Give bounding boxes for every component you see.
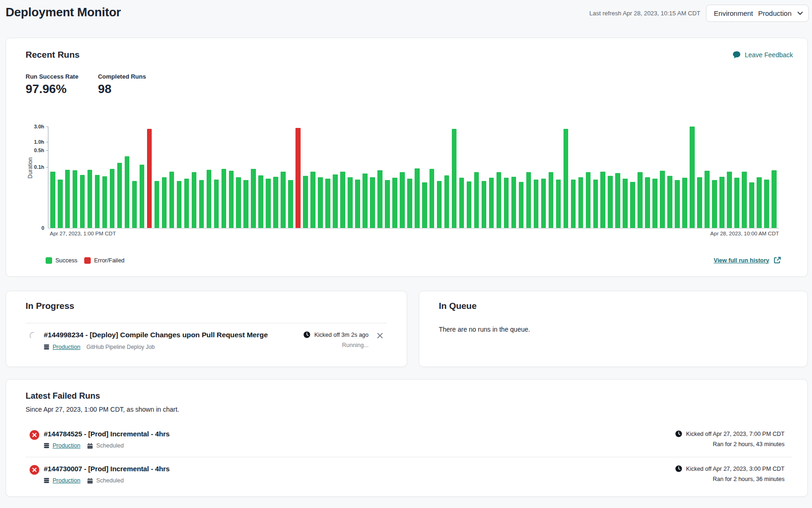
chart-bar-success[interactable] <box>764 180 769 228</box>
chart-bar-success[interactable] <box>310 172 315 228</box>
chart-bar-success[interactable] <box>541 179 546 228</box>
chart-bar-success[interactable] <box>534 180 539 228</box>
chart-bar-success[interactable] <box>556 180 561 228</box>
chart-bar-success[interactable] <box>772 170 777 228</box>
chart-bar-success[interactable] <box>288 180 293 228</box>
chart-bar-success[interactable] <box>362 174 368 228</box>
environment-link[interactable]: Production <box>53 344 81 350</box>
chart-bar-success[interactable] <box>154 181 160 228</box>
chart-bar-success[interactable] <box>682 178 687 228</box>
chart-bar-success[interactable] <box>58 180 63 228</box>
chart-bar-success[interactable] <box>511 177 517 228</box>
chart-bar-success[interactable] <box>712 180 717 228</box>
chart-bar-success[interactable] <box>526 172 531 228</box>
chart-bar-success[interactable] <box>110 169 115 228</box>
chart-bar-success[interactable] <box>489 178 494 228</box>
chart-bar-success[interactable] <box>348 177 353 228</box>
chart-bar-success[interactable] <box>452 129 457 228</box>
chart-bar-success[interactable] <box>95 175 100 228</box>
chart-bar-success[interactable] <box>102 176 107 228</box>
chart-bar-failed[interactable] <box>147 129 152 228</box>
chart-bar-success[interactable] <box>615 173 620 228</box>
chart-bar-success[interactable] <box>65 170 70 228</box>
chart-bar-success[interactable] <box>727 172 732 228</box>
chart-bar-success[interactable] <box>638 172 643 228</box>
chart-bar-success[interactable] <box>162 177 167 228</box>
chart-bar-success[interactable] <box>318 177 323 228</box>
chart-bar-success[interactable] <box>221 169 227 228</box>
chart-bar-success[interactable] <box>258 175 263 228</box>
chart-bar-success[interactable] <box>690 127 695 228</box>
chart-bar-failed[interactable] <box>295 128 301 228</box>
chart-bar-success[interactable] <box>474 172 479 228</box>
chart-bar-success[interactable] <box>623 179 628 228</box>
chart-bar-success[interactable] <box>482 181 487 228</box>
chart-bar-success[interactable] <box>400 172 405 228</box>
chart-bar-success[interactable] <box>266 179 271 228</box>
chart-bar-success[interactable] <box>549 172 554 228</box>
chart-bar-success[interactable] <box>199 180 204 228</box>
chart-bar-success[interactable] <box>519 182 524 228</box>
chart-bar-success[interactable] <box>407 179 412 228</box>
chart-bar-success[interactable] <box>87 170 93 228</box>
chart-bar-success[interactable] <box>132 181 137 228</box>
chart-bar-success[interactable] <box>281 172 286 228</box>
chart-bar-success[interactable] <box>660 171 665 228</box>
chart-bar-success[interactable] <box>214 180 219 228</box>
chart-bar-success[interactable] <box>80 175 85 228</box>
chart-bar-success[interactable] <box>734 178 739 228</box>
chart-bar-success[interactable] <box>608 176 613 228</box>
chart-bar-success[interactable] <box>749 182 754 228</box>
chart-bar-success[interactable] <box>757 177 762 228</box>
chart-bar-success[interactable] <box>444 175 450 228</box>
chart-bar-success[interactable] <box>377 170 383 228</box>
chart-bar-success[interactable] <box>355 180 360 228</box>
chart-bar-success[interactable] <box>177 181 182 228</box>
chart-bar-success[interactable] <box>459 178 464 228</box>
chart-bar-success[interactable] <box>117 163 122 228</box>
chart-bar-success[interactable] <box>303 176 308 228</box>
chart-bar-success[interactable] <box>340 172 345 228</box>
chart-bar-success[interactable] <box>207 170 212 228</box>
chart-bar-success[interactable] <box>125 156 130 228</box>
chart-bar-success[interactable] <box>645 177 650 228</box>
environment-link[interactable]: Production <box>53 477 81 484</box>
chart-bar-success[interactable] <box>578 177 584 228</box>
chart-bar-success[interactable] <box>504 178 509 228</box>
chart-bar-success[interactable] <box>169 172 174 228</box>
chart-bar-success[interactable] <box>273 177 278 228</box>
chart-bar-success[interactable] <box>742 172 747 228</box>
chart-bar-success[interactable] <box>184 179 189 228</box>
chart-bar-success[interactable] <box>192 172 197 228</box>
chart-bar-success[interactable] <box>586 172 591 228</box>
chart-bar-success[interactable] <box>593 180 598 228</box>
chart-bar-success[interactable] <box>497 172 502 228</box>
environment-dropdown[interactable]: Environment Production <box>706 5 809 22</box>
chart-bar-success[interactable] <box>50 172 55 228</box>
chart-bar-success[interactable] <box>392 178 397 228</box>
chart-bar-success[interactable] <box>415 168 420 228</box>
chart-bar-success[interactable] <box>630 182 635 228</box>
chart-bar-success[interactable] <box>229 171 234 228</box>
chart-bar-success[interactable] <box>667 176 672 228</box>
chart-bar-success[interactable] <box>429 169 435 228</box>
chart-bar-success[interactable] <box>652 179 658 228</box>
leave-feedback-link[interactable]: Leave Feedback <box>732 51 793 59</box>
chart-bar-success[interactable] <box>697 177 702 228</box>
chart-bar-success[interactable] <box>243 180 248 228</box>
chart-bar-success[interactable] <box>333 174 338 228</box>
chart-bar-success[interactable] <box>600 172 605 228</box>
chart-bar-success[interactable] <box>422 182 427 228</box>
chart-bar-success[interactable] <box>719 177 725 228</box>
chart-bar-success[interactable] <box>370 177 375 228</box>
view-history-link[interactable]: View full run history <box>714 256 781 264</box>
chart-bar-success[interactable] <box>73 170 78 228</box>
chart-bar-success[interactable] <box>571 180 576 228</box>
chart-bar-success[interactable] <box>564 129 569 228</box>
chart-bar-success[interactable] <box>705 171 710 228</box>
chart-bar-success[interactable] <box>467 181 472 228</box>
environment-link[interactable]: Production <box>53 442 81 449</box>
chart-bar-success[interactable] <box>325 179 330 228</box>
chart-bar-success[interactable] <box>675 180 680 228</box>
chart-bar-success[interactable] <box>437 181 442 228</box>
